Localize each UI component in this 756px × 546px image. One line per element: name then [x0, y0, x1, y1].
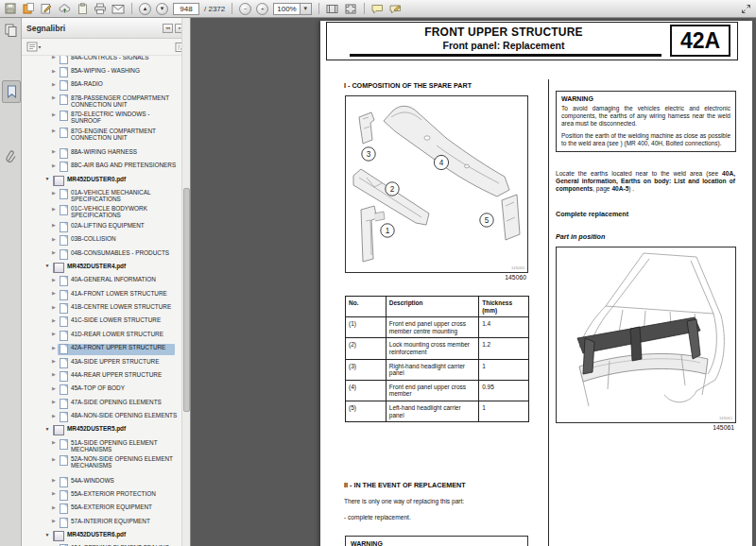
bookmark-item[interactable]: ▶02A-LIFTING EQUIPMENT	[22, 220, 190, 233]
clipboard-icon[interactable]	[76, 3, 89, 15]
table-row: (5)Left-hand headlight carrier panel1	[346, 401, 529, 421]
bookmark-item[interactable]: ▶42A-FRONT UPPER STRUCTURE	[22, 343, 190, 356]
bookmark-item[interactable]: ▶48A-NON-SIDE OPENING ELEMENTS	[22, 410, 190, 423]
expand-triangle-icon[interactable]: ▶	[50, 289, 58, 297]
bookmark-item[interactable]: ▼MR452DUSTER4.pdf	[22, 261, 190, 274]
bookmark-item[interactable]: ▶01C-VEHICLE BODYWORK SPECIFICATIONS	[22, 204, 190, 220]
expand-triangle-icon[interactable]: ▶	[50, 455, 58, 463]
expand-triangle-icon[interactable]: ▶	[50, 476, 58, 484]
expand-triangle-icon[interactable]: ▶	[50, 189, 58, 196]
bookmark-item[interactable]: ▶86A-RADIO	[22, 79, 190, 93]
bookmark-item[interactable]: ▶87G-ENGINE COMPARTMENT CONNECTION UNIT	[22, 126, 190, 142]
expand-triangle-icon[interactable]: ▶	[50, 398, 58, 405]
save-icon[interactable]	[4, 3, 17, 15]
bookmarks-panel-tab[interactable]	[2, 80, 21, 103]
bookmark-item[interactable]: ▶52A-NON-SIDE OPENING ELEMENT MECHANISMS	[22, 454, 190, 470]
collapse-triangle-icon[interactable]: ▼	[43, 531, 51, 538]
bookmark-item[interactable]: ▶04B-CONSUMABLES - PRODUCTS	[22, 247, 190, 261]
expand-triangle-icon[interactable]: ▶	[50, 235, 58, 243]
bookmark-item[interactable]: ▼MR452DUSTER0.pdf	[22, 174, 190, 187]
expand-triangle-icon[interactable]: ▶	[50, 94, 58, 101]
bookmark-item[interactable]: ▶85A-WIPING - WASHING	[22, 65, 190, 78]
bookmark-item[interactable]: ▶87D-ELECTRIC WINDOWS - SUNROOF	[22, 110, 190, 126]
expand-triangle-icon[interactable]: ▶	[50, 438, 58, 446]
edit-icon[interactable]	[40, 3, 53, 15]
bookmark-item[interactable]: ▶47A-SIDE OPENING ELEMENTS	[22, 397, 190, 410]
bookmark-page-icon	[60, 518, 68, 528]
expand-triangle-icon[interactable]: ▶	[50, 412, 58, 419]
bookmark-options-button[interactable]	[26, 42, 42, 52]
collapse-triangle-icon[interactable]: ▼	[43, 262, 51, 269]
panel-collapse-button[interactable]: ◂◂	[163, 24, 173, 33]
page-number-input[interactable]: 948	[173, 3, 199, 15]
bookmark-item[interactable]: ▶44A-REAR UPPER STRUCTURE	[22, 369, 190, 383]
fit-page-icon[interactable]	[344, 3, 357, 15]
bookmark-item[interactable]: ▶43A-SIDE UPPER STRUCTURE	[22, 356, 190, 369]
expand-triangle-icon[interactable]: ▶	[50, 221, 58, 229]
expand-triangle-icon[interactable]: ▶	[50, 80, 58, 88]
zoom-out-icon[interactable]: −	[239, 3, 251, 15]
expand-triangle-icon[interactable]: ▶	[50, 303, 58, 311]
print-icon[interactable]	[94, 3, 107, 15]
bookmark-item[interactable]: ▶41C-SIDE LOWER STRUCTURE	[22, 316, 190, 329]
scroll-mode-icon[interactable]	[326, 3, 339, 15]
bookmark-item[interactable]: ▶87B-PASSENGER COMPARTMENT CONNECTION UN…	[22, 93, 190, 109]
bookmark-page-icon	[60, 205, 68, 215]
expand-triangle-icon[interactable]: ▶	[50, 357, 58, 365]
zoom-level-value[interactable]: 100%	[273, 3, 300, 15]
expand-triangle-icon[interactable]: ▶	[50, 276, 58, 283]
expand-triangle-icon[interactable]: ▶	[50, 56, 58, 60]
expand-triangle-icon[interactable]: ▶	[50, 248, 58, 256]
expand-triangle-icon[interactable]: ▶	[50, 330, 58, 337]
collapse-triangle-icon[interactable]: ▼	[43, 425, 51, 433]
bookmark-item[interactable]: ▶45A-TOP OF BODY	[22, 384, 190, 397]
bookmark-item[interactable]: ▶40A-GENERAL INFORMATION	[22, 275, 190, 288]
zoom-control[interactable]: 100% ▼	[273, 3, 311, 15]
expand-triangle-icon[interactable]: ▶	[50, 503, 58, 511]
bookmark-item[interactable]: ▶41B-CENTRE LOWER STRUCTURE	[22, 301, 190, 315]
expand-triangle-icon[interactable]: ▶	[50, 344, 58, 351]
bookmark-item[interactable]: ▶56A-EXTERIOR EQUIPMENT	[22, 503, 190, 516]
zoom-in-icon[interactable]: +	[256, 3, 268, 15]
expand-triangle-icon[interactable]: ▶	[50, 67, 58, 75]
previous-page-icon[interactable]: ▲	[139, 3, 151, 15]
expand-triangle-icon[interactable]: ▶	[50, 370, 58, 378]
document-area[interactable]: FRONT UPPER STRUCTURE Front panel: Repla…	[191, 18, 756, 546]
expand-triangle-icon[interactable]: ▶	[50, 111, 58, 118]
bookmark-item[interactable]: ▶51A-SIDE OPENING ELEMENT MECHANISMS	[22, 437, 190, 453]
pages-panel-tab[interactable]	[2, 20, 19, 41]
cloud-upload-icon[interactable]	[58, 3, 71, 15]
bookmark-item[interactable]: ▼MR452DUSTER6.pdf	[22, 529, 190, 542]
bookmark-item[interactable]: ▶41A-FRONT LOWER STRUCTURE	[22, 288, 190, 301]
bookmark-item[interactable]: ▼MR452DUSTER5.pdf	[22, 424, 190, 437]
zoom-dropdown-arrow-icon[interactable]: ▼	[301, 3, 312, 15]
fullscreen-icon[interactable]	[739, 3, 752, 15]
bookmark-item[interactable]: ▶88A-WIRING HARNESS	[22, 146, 190, 160]
next-page-icon[interactable]: ▼	[156, 3, 168, 15]
expand-triangle-icon[interactable]: ▶	[50, 489, 58, 497]
expand-triangle-icon[interactable]: ▶	[50, 127, 58, 134]
bookmark-item[interactable]: ▶57A-INTERIOR EQUIPMENT	[22, 516, 190, 529]
collapse-triangle-icon[interactable]: ▼	[43, 175, 51, 182]
expand-triangle-icon[interactable]: ▶	[50, 147, 58, 155]
sidebar-scrollbar-thumb[interactable]	[183, 188, 190, 412]
expand-triangle-icon[interactable]: ▶	[50, 517, 58, 524]
bookmark-item[interactable]: ▶41D-REAR LOWER STRUCTURE	[22, 329, 190, 342]
expand-triangle-icon[interactable]: ▶	[50, 384, 58, 392]
bookmark-item[interactable]: ▶55A-EXTERIOR PROTECTION	[22, 488, 190, 502]
email-icon[interactable]	[112, 3, 125, 15]
bookmark-item[interactable]: ▶54A-WINDOWS	[22, 475, 190, 488]
bookmark-item[interactable]: ▶84A-CONTROLS - SIGNALS	[22, 56, 190, 65]
bookmark-label: 85A-WIPING - WASHING	[71, 67, 140, 74]
expand-triangle-icon[interactable]: ▶	[50, 162, 58, 169]
bookmark-item[interactable]: ▶01A-VEHICLE MECHANICAL SPECIFICATIONS	[22, 187, 190, 203]
sidebar-scrollbar[interactable]	[181, 18, 190, 546]
bookmark-item[interactable]: ▶03B-COLLISION	[22, 234, 190, 247]
markup-pen-icon[interactable]	[389, 3, 403, 15]
comment-bubble-icon[interactable]	[371, 3, 385, 15]
attachments-panel-tab[interactable]	[2, 146, 19, 167]
expand-triangle-icon[interactable]: ▶	[50, 205, 58, 213]
bookmark-item[interactable]: ▶88C-AIR BAG AND PRETENSIONERS	[22, 161, 190, 174]
sticky-note-icon[interactable]	[22, 3, 35, 15]
expand-triangle-icon[interactable]: ▶	[50, 316, 58, 324]
